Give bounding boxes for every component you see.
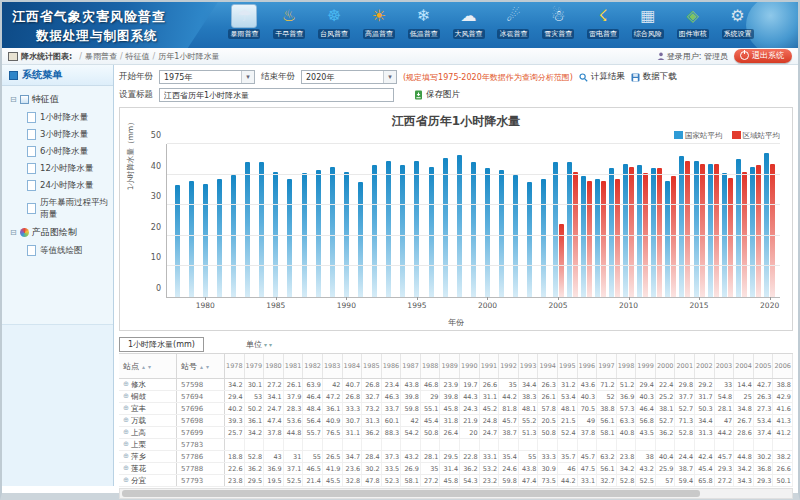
sidebar-group-特征值[interactable]: ⊟特征值 [2,90,113,109]
toolbar-item-干旱普查[interactable]: ♨干旱普查 [267,4,312,48]
bar-national-2008[interactable] [595,179,600,297]
measure-button[interactable]: 1小时降水量(mm) [119,337,204,352]
expand-icon[interactable]: ⊕ [123,417,129,424]
logout-button[interactable]: 退出系统 [734,49,792,63]
sidebar-item-24小时降水量[interactable]: 24小时降水量 [2,177,113,194]
bar-national-1983[interactable] [245,162,250,297]
scrollbar-thumb[interactable] [122,490,700,497]
year-header-cell[interactable]: 1991 [480,354,500,378]
bar-national-1997[interactable] [443,158,448,297]
station-column-header[interactable]: 站点 ▴▾ [119,354,177,378]
toolbar-item-雷电普查[interactable]: ☇雷电普查 [581,4,626,48]
year-header-cell[interactable]: 1995 [558,354,578,378]
year-header-cell[interactable]: 1998 [617,354,637,378]
year-header-cell[interactable]: 1983 [323,354,343,378]
toolbar-item-暴雨普查[interactable]: ☂暴雨普查 [222,4,267,48]
year-header-cell[interactable]: 1990 [460,354,480,378]
bar-national-1984[interactable] [259,162,264,297]
expand-icon[interactable]: ⊕ [123,393,129,400]
end-year-select[interactable]: 2020年▾ [301,70,397,84]
year-header-cell[interactable]: 1996 [578,354,598,378]
bar-national-2007[interactable] [581,176,586,297]
expand-icon[interactable]: ⊕ [123,381,129,388]
year-header-cell[interactable]: 2002 [695,354,715,378]
station-name-cell[interactable]: ⊕万载 [119,415,177,426]
bar-national-1989[interactable] [330,167,335,297]
year-header-cell[interactable]: 1989 [440,354,460,378]
toolbar-item-雪灾普查[interactable]: ☃雪灾普查 [536,4,581,48]
download-button[interactable]: 数据下载 [631,71,677,83]
sidebar-item-12小时降水量[interactable]: 12小时降水量 [2,160,113,177]
sidebar-item-等值线绘图[interactable]: 等值线绘图 [2,242,113,259]
year-header-cell[interactable]: 1992 [499,354,519,378]
bar-regional-2017[interactable] [728,178,733,297]
bar-national-2001[interactable] [499,170,504,297]
year-header-cell[interactable]: 1997 [597,354,617,378]
bar-national-1996[interactable] [429,167,434,297]
bar-national-1988[interactable] [316,170,321,297]
toolbar-item-系统设置[interactable]: ⚙系统设置 [715,4,760,48]
bar-national-1992[interactable] [372,165,377,297]
breadcrumb-item[interactable]: 暴雨普查 [85,52,117,61]
toolbar-item-图件审核[interactable]: ◈图件审核 [670,4,715,48]
bar-regional-2008[interactable] [601,181,606,297]
save-image-button[interactable]: 保存图片 [414,89,460,101]
toolbar-item-大风普查[interactable]: ☁大风普查 [446,4,491,48]
bar-national-2019[interactable] [750,167,755,297]
station-name-cell[interactable]: ⊕修水 [119,379,177,390]
sidebar-item-1小时降水量[interactable]: 1小时降水量 [2,109,113,126]
year-header-cell[interactable]: 2005 [754,354,774,378]
bar-national-1991[interactable] [358,182,363,297]
bar-national-2018[interactable] [736,159,741,297]
bar-national-2020[interactable] [764,153,769,297]
sidebar-item-3小时降水量[interactable]: 3小时降水量 [2,126,113,143]
year-header-cell[interactable]: 1982 [303,354,323,378]
toolbar-item-综合风险[interactable]: ▦综合风险 [625,4,670,48]
year-header-cell[interactable]: 1978 [225,354,245,378]
breadcrumb-item[interactable]: 历年1小时降水量 [158,52,219,61]
year-header-cell[interactable]: 1979 [245,354,265,378]
year-header-cell[interactable]: 1980 [264,354,284,378]
station-name-cell[interactable]: ⊕宜丰 [119,403,177,414]
station-name-cell[interactable]: ⊕莲花 [119,463,177,474]
year-header-cell[interactable]: 1981 [284,354,304,378]
station-name-cell[interactable]: ⊕铜鼓 [119,391,177,402]
expand-icon[interactable]: ⊕ [123,405,129,412]
year-header-cell[interactable]: 1986 [382,354,402,378]
bar-regional-2009[interactable] [615,179,620,297]
chart-title-input[interactable] [159,88,394,102]
bar-national-2011[interactable] [637,165,642,297]
year-header-cell[interactable]: 1994 [538,354,558,378]
year-header-cell[interactable]: 2000 [656,354,676,378]
bar-regional-2010[interactable] [629,167,634,297]
sidebar-item-6小时降水量[interactable]: 6小时降水量 [2,143,113,160]
unit-dropdown[interactable]: 单位 ▾ ▾ [246,339,272,350]
bar-regional-2013[interactable] [671,176,676,297]
bar-national-1981[interactable] [217,179,222,297]
expand-icon[interactable]: ⊕ [123,477,129,484]
bar-national-2000[interactable] [485,168,490,297]
bar-national-2005[interactable] [553,162,558,297]
station-name-cell[interactable]: ⊕分宜 [119,475,177,486]
station-name-cell[interactable]: ⊕上栗 [119,439,177,450]
collapse-icon[interactable]: ⊟ [10,96,17,104]
calculate-button[interactable]: 计算结果 [579,71,625,83]
toolbar-item-台风普查[interactable]: ☸台风普查 [312,4,357,48]
bar-national-1998[interactable] [457,155,462,297]
toolbar-item-低温普查[interactable]: ❄低温普查 [401,4,446,48]
bar-national-1979[interactable] [189,181,194,297]
station-name-cell[interactable]: ⊕上高 [119,427,177,438]
bar-national-2015[interactable] [694,161,699,297]
year-header-cell[interactable]: 1985 [362,354,382,378]
year-header-cell[interactable]: 2003 [715,354,735,378]
expand-icon[interactable]: ⊕ [123,441,129,448]
bar-national-2014[interactable] [679,156,684,297]
expand-icon[interactable]: ⊕ [123,453,129,460]
bar-national-2013[interactable] [665,181,670,297]
bar-national-2006[interactable] [567,162,572,297]
sidebar-group-产品图绘制[interactable]: ⊟产品图绘制 [2,223,113,242]
toolbar-item-冰雹普查[interactable]: ☄冰雹普查 [491,4,536,48]
bar-regional-2015[interactable] [700,164,705,297]
bar-national-1978[interactable] [175,185,180,297]
expand-icon[interactable]: ⊕ [123,429,129,436]
